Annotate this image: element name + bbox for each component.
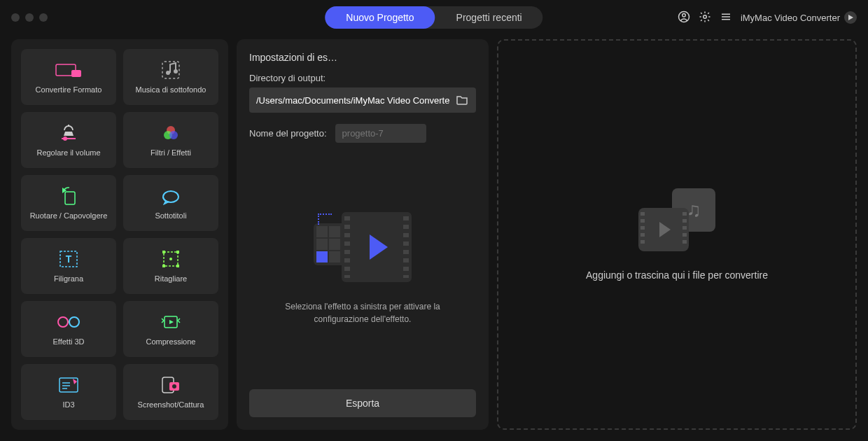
effect-label: Ruotare / Capovolgere [30, 211, 108, 220]
export-panel: Impostazioni di es… Directory di output:… [237, 39, 489, 430]
output-directory-label: Directory di output: [249, 73, 476, 83]
effect-watermark[interactable]: T Filigrana [21, 238, 116, 294]
id3-icon [57, 375, 80, 395]
adjust-volume-icon [58, 123, 79, 143]
maximize-icon[interactable] [39, 13, 48, 22]
project-name-input[interactable] [335, 124, 426, 143]
effect-crop[interactable]: Ritagliare [123, 238, 218, 294]
svg-point-38 [172, 384, 176, 388]
svg-text:T: T [66, 253, 72, 265]
menu-icon[interactable] [720, 10, 732, 25]
tab-new-project[interactable]: Nuovo Progetto [325, 6, 435, 29]
effect-label: Effetti 3D [52, 337, 84, 346]
svg-rect-8 [71, 70, 81, 77]
svg-point-22 [169, 258, 172, 260]
effect-label: Convertire Formato [36, 85, 102, 94]
project-tabs: Nuovo Progetto Progetti recenti [325, 6, 542, 29]
browse-folder-button[interactable] [455, 93, 469, 107]
preview-illustration-icon [314, 212, 412, 289]
drop-illustration-icon: ♫ [638, 188, 715, 251]
svg-rect-24 [176, 251, 179, 253]
project-name-label: Nome del progetto: [249, 128, 327, 139]
screenshot-capture-icon [160, 375, 182, 395]
3d-effects-icon [56, 312, 81, 332]
effects-sidebar: Convertire Formato Musica di sottofondo … [11, 39, 228, 430]
brand-label: iMyMac Video Converter [741, 11, 857, 24]
svg-point-28 [69, 317, 79, 327]
window-controls [11, 13, 48, 22]
svg-rect-17 [65, 192, 75, 204]
export-section-title: Impostazioni di es… [249, 52, 476, 63]
svg-marker-31 [169, 320, 174, 324]
preview-hint-text: Seleziona l'effetto a sinistra per attiv… [272, 300, 454, 326]
svg-rect-25 [162, 265, 165, 267]
background-music-icon [160, 60, 182, 80]
effect-label: Screenshot/Cattura [138, 400, 204, 409]
svg-rect-32 [59, 378, 78, 392]
effect-label: Regolare il volume [36, 148, 100, 157]
svg-rect-26 [176, 265, 179, 267]
effect-id3[interactable]: ID3 [21, 364, 116, 420]
file-drop-zone[interactable]: ♫ Aggiungi o trascina qui i file per con… [497, 39, 857, 430]
crop-icon [160, 249, 181, 269]
effect-label: Compressione [146, 337, 196, 346]
svg-rect-23 [162, 251, 165, 253]
brand-play-icon [844, 11, 857, 24]
svg-point-2 [704, 15, 707, 18]
output-directory-field[interactable]: /Users/mac/Documents/iMyMac Video Conver… [249, 88, 476, 113]
effect-background-music[interactable]: Musica di sottofondo [123, 49, 218, 105]
effect-adjust-volume[interactable]: Regolare il volume [21, 112, 116, 168]
effect-subtitles[interactable]: Sottotitoli [123, 175, 218, 231]
svg-point-11 [174, 69, 178, 74]
drop-hint-text: Aggiungi o trascina qui i file per conve… [586, 270, 768, 281]
rotate-flip-icon [58, 186, 79, 206]
effect-label: Musica di sottofondo [136, 85, 206, 94]
tab-recent-projects[interactable]: Progetti recenti [435, 6, 543, 29]
titlebar: Nuovo Progetto Progetti recenti iMyMac V… [0, 0, 868, 35]
filters-effects-icon [161, 123, 181, 143]
svg-point-16 [169, 131, 178, 139]
effect-label: Filtri / Effetti [150, 148, 191, 157]
svg-point-27 [58, 317, 68, 327]
close-icon[interactable] [11, 13, 20, 22]
svg-point-13 [63, 136, 67, 141]
effect-label: ID3 [62, 400, 74, 409]
minimize-icon[interactable] [25, 13, 34, 22]
effect-screenshot-capture[interactable]: Screenshot/Cattura [123, 364, 218, 420]
gear-icon[interactable] [699, 10, 711, 25]
effect-convert-format[interactable]: Convertire Formato [21, 49, 116, 105]
watermark-icon: T [58, 249, 79, 269]
svg-marker-6 [848, 15, 853, 20]
account-icon[interactable] [678, 10, 690, 25]
effect-filters-effects[interactable]: Filtri / Effetti [123, 112, 218, 168]
effect-compression[interactable]: Compressione [123, 301, 218, 357]
effect-3d-effects[interactable]: Effetti 3D [21, 301, 116, 357]
compression-icon [159, 312, 183, 332]
export-button[interactable]: Esporta [249, 389, 476, 417]
convert-format-icon [55, 60, 83, 80]
svg-point-1 [682, 13, 686, 17]
effect-label: Filigrana [54, 274, 83, 283]
effect-preview-area: Seleziona l'effetto a sinistra per attiv… [249, 157, 476, 381]
subtitles-icon [160, 186, 181, 206]
effect-rotate-flip[interactable]: Ruotare / Capovolgere [21, 175, 116, 231]
output-directory-value: /Users/mac/Documents/iMyMac Video Conver… [256, 95, 449, 106]
effect-label: Ritagliare [155, 274, 187, 283]
effect-label: Sottotitoli [155, 211, 186, 220]
